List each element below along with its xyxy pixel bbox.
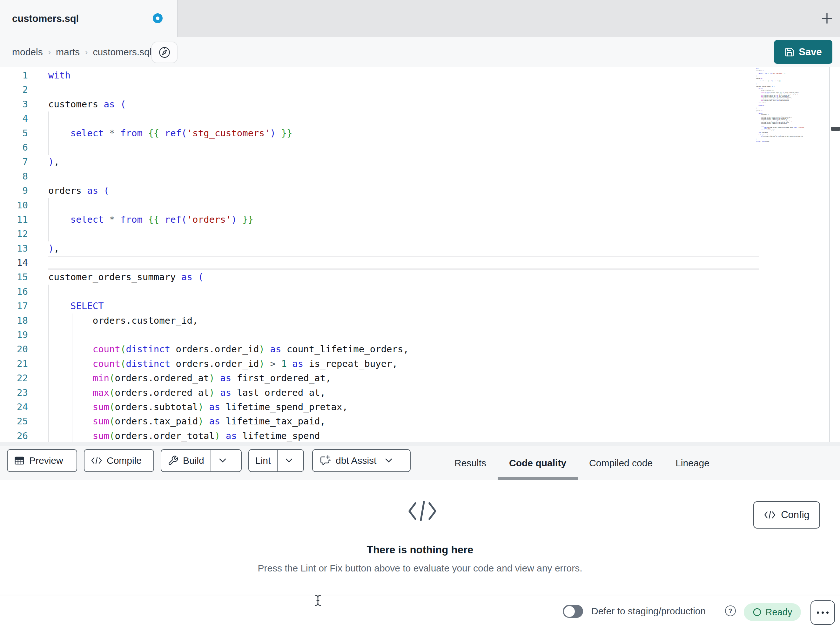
- line-number: 26: [0, 429, 28, 443]
- code-text: customers as (: [28, 97, 126, 111]
- lint-dropdown-button[interactable]: [278, 450, 300, 471]
- tab-customers-sql[interactable]: customers.sql: [0, 0, 177, 37]
- build-button[interactable]: Build: [161, 450, 210, 471]
- line-number: 21: [0, 357, 28, 371]
- code-line[interactable]: 8: [0, 169, 840, 183]
- line-number: 14: [0, 256, 28, 270]
- code-line[interactable]: 11 select * from {{ ref('orders') }}: [0, 212, 840, 227]
- code-line[interactable]: 5 select * from {{ ref('stg_customers') …: [0, 126, 840, 141]
- lint-button[interactable]: Lint: [249, 450, 277, 471]
- ellipsis-icon: [821, 612, 824, 614]
- save-button[interactable]: Save: [774, 40, 832, 64]
- code-line[interactable]: 10: [0, 198, 840, 212]
- code-line[interactable]: 1with: [0, 68, 840, 82]
- line-number: 12: [0, 227, 28, 241]
- save-icon: [785, 47, 794, 57]
- code-line[interactable]: 16: [0, 285, 840, 299]
- code-line[interactable]: 4: [0, 111, 840, 126]
- code-line[interactable]: 6: [0, 141, 840, 155]
- breadcrumb-item-marts[interactable]: marts: [56, 47, 80, 57]
- dbt-ide-window: { "tab_bar": { "tab_title": "customers.s…: [0, 0, 840, 628]
- line-number: 16: [0, 285, 28, 299]
- code-lines[interactable]: 1with23customers as (45 select * from {{…: [0, 67, 840, 446]
- code-line[interactable]: 26 sum(orders.order_total) as lifetime_s…: [0, 429, 840, 443]
- line-number: 2: [0, 82, 28, 97]
- ready-label: Ready: [766, 607, 793, 617]
- code-line[interactable]: 17 SELECT: [0, 299, 840, 313]
- code-line[interactable]: 25 sum(orders.tax_paid) as lifetime_tax_…: [0, 414, 840, 429]
- code-line[interactable]: 23 max(orders.ordered_at) as last_ordere…: [0, 386, 840, 400]
- code-line[interactable]: 19: [0, 328, 840, 342]
- defer-toggle[interactable]: [563, 605, 583, 618]
- code-text: SELECT: [28, 299, 104, 313]
- text-cursor-icon: [314, 594, 322, 606]
- breadcrumb-item-customers-sql[interactable]: customers.sql: [93, 47, 152, 57]
- code-line[interactable]: 2: [0, 82, 840, 97]
- code-line[interactable]: 12: [0, 227, 840, 241]
- dbt-assist-label: dbt Assist: [336, 455, 376, 466]
- help-icon[interactable]: ?: [725, 606, 736, 616]
- code-line[interactable]: 13),: [0, 241, 840, 256]
- code-line[interactable]: 24 sum(orders.subtotal) as lifetime_spen…: [0, 400, 840, 414]
- scrollbar-thumb[interactable]: [831, 127, 840, 131]
- breadcrumb-item-models[interactable]: models: [12, 47, 43, 57]
- line-number: 6: [0, 141, 28, 155]
- compass-icon: [158, 46, 171, 59]
- config-label: Config: [781, 509, 810, 520]
- tab-label: Lineage: [676, 458, 709, 468]
- code-text: [28, 82, 48, 97]
- tab-title: customers.sql: [12, 0, 79, 37]
- lint-split-button[interactable]: Lint: [248, 449, 304, 472]
- line-number: 10: [0, 198, 28, 212]
- compile-button[interactable]: Compile: [84, 449, 154, 472]
- scrollbar-track: [829, 67, 830, 442]
- code-line[interactable]: 18 orders.customer_id,: [0, 313, 840, 328]
- code-text: select * from {{ ref('orders') }}: [28, 212, 253, 227]
- code-line[interactable]: 21 count(distinct orders.order_id) > 1 a…: [0, 357, 840, 371]
- line-number: 8: [0, 169, 28, 183]
- chat-sparkle-icon: [319, 454, 331, 467]
- code-line[interactable]: 3customers as (: [0, 97, 840, 111]
- build-split-button[interactable]: Build: [161, 449, 242, 472]
- ellipsis-icon: [826, 612, 829, 614]
- tab-lineage[interactable]: Lineage: [664, 446, 721, 480]
- code-line[interactable]: 22 min(orders.ordered_at) as first_order…: [0, 371, 840, 385]
- preview-button[interactable]: Preview: [7, 449, 77, 472]
- code-text: sum(orders.subtotal) as lifetime_spend_p…: [28, 400, 348, 414]
- help-glyph: ?: [728, 607, 733, 615]
- more-options-button[interactable]: [810, 600, 835, 625]
- build-dropdown-button[interactable]: [211, 450, 234, 471]
- tab-results[interactable]: Results: [443, 446, 497, 480]
- code-line[interactable]: 9orders as (: [0, 183, 840, 198]
- chevron-down-icon: [385, 459, 392, 463]
- status-circle-icon: [753, 607, 761, 617]
- navigate-button[interactable]: [152, 42, 177, 63]
- code-text: with: [28, 68, 71, 82]
- line-number: 19: [0, 328, 28, 342]
- minimap-code: with customers as ( select * from {{ ref…: [756, 68, 812, 142]
- empty-state-subtitle: Press the Lint or Fix button above to ev…: [0, 563, 840, 574]
- line-number: 3: [0, 97, 28, 111]
- new-tab-button[interactable]: [819, 11, 835, 26]
- tab-compiled-code[interactable]: Compiled code: [578, 446, 664, 480]
- chevron-down-icon: [286, 459, 292, 463]
- horizontal-scrollbar-track[interactable]: [0, 442, 840, 446]
- minimap[interactable]: with customers as ( select * from {{ ref…: [756, 68, 812, 145]
- code-text: [28, 328, 48, 342]
- code-text: sum(orders.order_total) as lifetime_spen…: [28, 429, 320, 443]
- code-text: count(distinct orders.order_id) as count…: [28, 342, 409, 356]
- tab-code-quality[interactable]: Code quality: [497, 446, 578, 480]
- line-number: 20: [0, 342, 28, 356]
- dbt-assist-button[interactable]: dbt Assist: [312, 449, 411, 472]
- plus-icon: [820, 11, 834, 25]
- code-editor[interactable]: 1with23customers as (45 select * from {{…: [0, 67, 840, 446]
- code-text: [28, 111, 48, 126]
- code-line[interactable]: 7),: [0, 155, 840, 169]
- code-line[interactable]: 14: [0, 256, 840, 270]
- status-badge: Ready: [744, 603, 801, 621]
- code-line[interactable]: 20 count(distinct orders.order_id) as co…: [0, 342, 840, 356]
- config-button[interactable]: Config: [753, 501, 820, 528]
- line-number: 18: [0, 313, 28, 328]
- code-text: orders as (: [28, 183, 109, 198]
- code-line[interactable]: 15customer_orders_summary as (: [0, 270, 840, 284]
